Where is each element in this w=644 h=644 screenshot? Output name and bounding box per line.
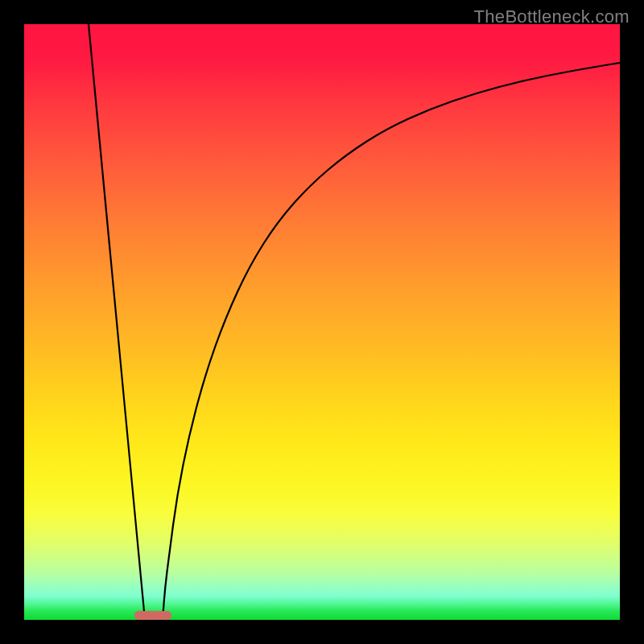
curve-svg [24, 24, 620, 620]
chart-container: TheBottleneck.com [0, 0, 644, 644]
watermark-text: TheBottleneck.com [474, 6, 630, 27]
curve-path [89, 24, 620, 620]
plot-area [24, 24, 620, 620]
bottleneck-marker [134, 611, 171, 620]
